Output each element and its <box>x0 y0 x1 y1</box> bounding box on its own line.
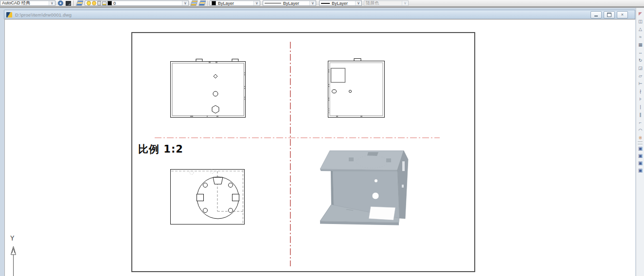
workspace-settings-button[interactable] <box>57 0 64 6</box>
chevron-down-icon: ∨ <box>402 1 408 5</box>
workspace-lock-icon <box>66 1 71 6</box>
minimize-button[interactable] <box>590 11 602 18</box>
color-dropdown[interactable]: ByLayer ∨ <box>210 0 260 6</box>
layer-color-swatch <box>107 1 112 5</box>
chevron-down-icon: ∨ <box>182 1 188 5</box>
workspace-value: AutoCAD 经典 <box>2 0 30 6</box>
toolbar-shadow-strip <box>0 6 644 8</box>
workspace-dropdown[interactable]: AutoCAD 经典 ∨ <box>0 0 55 6</box>
my-workspace-button[interactable] <box>65 0 72 6</box>
minimize-icon <box>594 16 598 17</box>
color-value: ByLayer <box>218 1 234 6</box>
mirror-icon[interactable]: △ <box>637 25 644 33</box>
layer-states-button[interactable] <box>198 0 206 6</box>
layer-properties-button[interactable] <box>76 0 84 6</box>
scale-icon[interactable]: ◲ <box>637 64 644 72</box>
layers-icon <box>76 0 84 6</box>
layer-state-icons <box>87 1 112 5</box>
toolbar-separator <box>208 0 208 6</box>
window-buttons: × <box>590 11 628 18</box>
layer-on-bulb-icon <box>87 1 91 5</box>
close-button[interactable]: × <box>617 11 628 18</box>
fillet-icon[interactable]: ◠ <box>637 126 644 134</box>
lineweight-dropdown[interactable]: ByLayer ∨ <box>319 0 362 6</box>
linetype-dropdown[interactable]: ByLayer ∨ <box>263 0 316 6</box>
break-at-point-icon[interactable]: ∣ <box>637 103 644 111</box>
lengthen-icon[interactable]: ⊢ <box>637 80 644 87</box>
offset-icon[interactable]: ≈ <box>637 33 644 41</box>
restore-button[interactable] <box>604 11 615 18</box>
plot-style-value: 随颜色 <box>366 0 379 6</box>
layer-previous-icon <box>190 0 198 6</box>
close-icon: × <box>621 13 624 17</box>
document-titlebar[interactable]: D:\proe\Item\drw0001.dwg × <box>4 10 635 19</box>
chevron-down-icon: ∨ <box>253 1 260 5</box>
modify-icon-group: ◤◫△≈▦↔↻◲▱⊢∤⊦∣∥⌐◠※ <box>637 10 644 142</box>
viewport-icon-group: ▣▣▣▣ <box>637 145 644 174</box>
layer-plot-icon <box>102 1 107 5</box>
dwg-file-icon <box>6 12 12 17</box>
chevron-down-icon: ∨ <box>309 1 316 5</box>
single-viewport-icon[interactable]: ▣ <box>637 152 644 159</box>
plot-style-dropdown: 随颜色 ∨ <box>364 0 409 6</box>
ucs-y-label: Y <box>10 234 14 242</box>
document-path: D:\proe\Item\drw0001.dwg <box>15 12 72 17</box>
extend-icon[interactable]: ⊦ <box>637 95 644 103</box>
restore-icon <box>607 13 611 17</box>
linetype-value: ByLayer <box>283 1 299 6</box>
clip-viewport-icon[interactable]: ▣ <box>637 167 644 174</box>
side-view[interactable] <box>326 56 387 121</box>
properties-toolbar: AutoCAD 经典 ∨ 0 ∨ <box>0 0 644 7</box>
chamfer-icon[interactable]: ⌐ <box>637 119 644 126</box>
gear-icon <box>58 0 63 6</box>
layer-states-icon <box>198 0 206 6</box>
color-swatch <box>212 1 216 5</box>
move-icon[interactable]: ↔ <box>637 49 644 56</box>
autocad-window: AutoCAD 经典 ∨ 0 ∨ <box>0 0 644 276</box>
array-icon[interactable]: ▦ <box>637 41 644 49</box>
scale-text[interactable]: 比例 1:2 <box>138 142 183 156</box>
stretch-icon[interactable]: ▱ <box>637 72 644 80</box>
toolbar-grip <box>638 141 643 144</box>
layer-dropdown[interactable]: 0 ∨ <box>85 0 189 6</box>
lineweight-sample <box>321 3 330 4</box>
toolbar-separator <box>73 0 74 6</box>
named-views-icon[interactable]: ▣ <box>637 145 644 152</box>
iso-3d-view[interactable] <box>316 146 421 241</box>
linetype-sample <box>265 3 281 3</box>
bottom-view[interactable] <box>168 165 247 226</box>
copy-icon[interactable]: ◫ <box>637 17 644 25</box>
rotate-icon[interactable]: ↻ <box>637 56 644 64</box>
current-layer-name: 0 <box>113 1 116 6</box>
lineweight-value: ByLayer <box>332 1 348 6</box>
chevron-down-icon: ∨ <box>355 1 361 5</box>
break-icon[interactable]: ∥ <box>637 111 644 119</box>
explode-icon[interactable]: ※ <box>637 134 644 142</box>
polygonal-viewport-icon[interactable]: ▣ <box>637 159 644 167</box>
erase-icon[interactable]: ◤ <box>637 10 644 17</box>
trim-icon[interactable]: ∤ <box>637 87 644 95</box>
layer-unlock-icon <box>97 1 101 5</box>
chevron-down-icon: ∨ <box>49 1 55 5</box>
modify-toolbar: ◤◫△≈▦↔↻◲▱⊢∤⊦∣∥⌐◠※ ▣▣▣▣ <box>636 8 644 276</box>
front-view[interactable] <box>168 56 248 121</box>
layer-previous-button[interactable] <box>190 0 198 6</box>
layer-thaw-sun-icon <box>92 1 96 5</box>
